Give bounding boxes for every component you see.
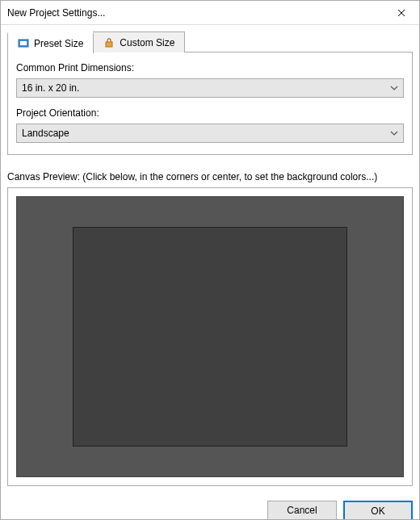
cancel-button[interactable]: Cancel bbox=[267, 501, 337, 520]
dialog-button-row: Cancel OK bbox=[1, 493, 419, 520]
tab-preset-size[interactable]: Preset Size bbox=[7, 32, 94, 53]
svg-rect-1 bbox=[20, 41, 27, 45]
canvas-preview-background[interactable] bbox=[16, 196, 404, 477]
canvas-preview-box bbox=[7, 187, 413, 486]
canvas-preview-section: Canvas Preview: (Click below, in the cor… bbox=[7, 171, 413, 486]
dimensions-select[interactable]: 16 in. x 20 in. bbox=[16, 78, 404, 98]
titlebar: New Project Settings... bbox=[1, 1, 419, 25]
lock-icon bbox=[103, 37, 115, 48]
tab-label: Custom Size bbox=[120, 37, 174, 48]
close-icon bbox=[397, 9, 405, 17]
settings-panel: Common Print Dimensions: 16 in. x 20 in.… bbox=[7, 52, 413, 155]
canvas-preview-canvas[interactable] bbox=[73, 227, 347, 447]
chevron-down-icon bbox=[390, 129, 398, 137]
window-title: New Project Settings... bbox=[7, 7, 383, 19]
chevron-down-icon bbox=[390, 84, 398, 92]
canvas-preview-label: Canvas Preview: (Click below, in the cor… bbox=[7, 171, 413, 182]
content-area: Preset Size Custom Size Common Print Dim… bbox=[1, 25, 419, 493]
tab-custom-size[interactable]: Custom Size bbox=[93, 31, 185, 52]
dimensions-label: Common Print Dimensions: bbox=[16, 62, 404, 73]
svg-rect-2 bbox=[106, 42, 112, 47]
tab-bar: Preset Size Custom Size bbox=[7, 31, 413, 52]
preset-size-icon bbox=[18, 38, 29, 49]
close-button[interactable] bbox=[383, 1, 419, 25]
orientation-label: Project Orientation: bbox=[16, 107, 404, 119]
orientation-select[interactable]: Landscape bbox=[16, 124, 404, 143]
tab-label: Preset Size bbox=[34, 38, 83, 49]
dimensions-value: 16 in. x 20 in. bbox=[22, 82, 79, 94]
orientation-value: Landscape bbox=[22, 128, 69, 139]
ok-button[interactable]: OK bbox=[343, 501, 413, 520]
